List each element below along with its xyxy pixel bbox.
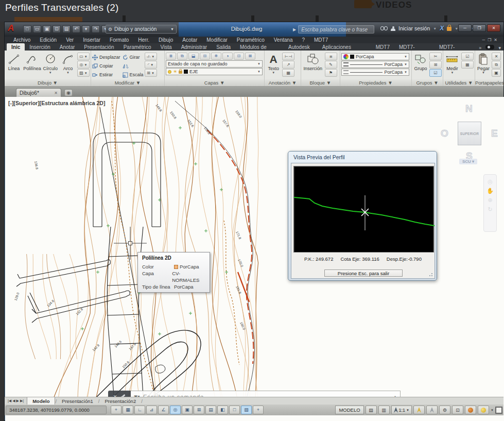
arc-tool[interactable]: Arco ▼	[60, 52, 76, 79]
leader-tool[interactable]: ↗	[282, 61, 294, 69]
menu-item-ver[interactable]: Ver	[61, 37, 78, 43]
ribbon-tab-mdt7-secciones[interactable]: MDT7-Secciones	[394, 43, 435, 50]
cip-menu-arrow[interactable]: ▾	[496, 45, 503, 50]
signin-button[interactable]: Iniciar sesión	[398, 25, 430, 31]
chevron-down-icon[interactable]: ▼	[433, 27, 437, 30]
profile-preview-dialog[interactable]: Vista Previa del Perfil P.K.: 249.672 Co…	[288, 151, 437, 281]
copy-tool[interactable]: Copiar	[92, 62, 120, 70]
quickprop-toggle[interactable]: ▧	[241, 406, 252, 414]
menu-item-paramtrico[interactable]: Paramétrico	[232, 37, 269, 43]
cip-record-icon[interactable]	[485, 45, 494, 49]
ribbon-tabs-overflow[interactable]: »	[476, 45, 484, 50]
undo-icon[interactable]: ↶	[72, 25, 80, 33]
panel-label-anotacion[interactable]: Anotación ▼	[265, 79, 301, 86]
drawing-quickview-icon[interactable]: ▥	[378, 406, 390, 414]
close-button[interactable]: ✕	[487, 24, 500, 32]
viewcube[interactable]: N O E S SUPERIOR SCU ▾	[441, 103, 497, 170]
ribbon-tab-vista[interactable]: Vista	[156, 43, 177, 50]
ortho-toggle[interactable]: ∟	[134, 406, 145, 414]
group-tool[interactable]: Grupo	[413, 52, 428, 79]
next-tab-arrow[interactable]: ▶	[16, 399, 19, 403]
layer-prev-icon[interactable]: ⬓	[188, 53, 199, 60]
annotation-scale-button[interactable]: 1:1 ▼	[391, 406, 412, 414]
search-input[interactable]: Escriba palabra clave o frase	[298, 25, 374, 33]
menu-item-acotar[interactable]: Acotar	[178, 37, 202, 43]
lwt-toggle[interactable]: ◧	[217, 406, 228, 414]
viewcube-west[interactable]: O	[441, 128, 448, 139]
edit-block-tool[interactable]: ✎	[325, 61, 337, 69]
autocad-logo[interactable]: A	[8, 23, 20, 35]
search-binoculars-icon[interactable]	[380, 26, 388, 30]
saveas-icon[interactable]: ⊡	[53, 25, 61, 33]
ribbon-tab-param-trico[interactable]: Paramétrico	[119, 43, 156, 50]
menu-item-formato[interactable]: Formato	[105, 37, 133, 43]
toolbar-lock-icon[interactable]: ⊡	[452, 406, 463, 414]
insert-block-tool[interactable]: Inserción	[302, 52, 324, 79]
search-expand-icon[interactable]: ▶	[293, 27, 296, 32]
orbit-icon[interactable]: ↻	[488, 207, 492, 212]
layout-quickview-icon[interactable]: ▤	[366, 406, 377, 414]
zoom-icon[interactable]: ⊕	[488, 197, 492, 203]
new-file-icon[interactable]: □	[23, 25, 31, 33]
chevron-down-icon[interactable]: ▼	[451, 71, 454, 74]
autoscale-icon[interactable]	[426, 406, 438, 414]
minimize-button[interactable]: ─	[458, 24, 472, 32]
hardware-accel-bulb-icon[interactable]	[478, 406, 489, 414]
panel-label-capas[interactable]: Capas ▼	[165, 79, 264, 86]
ribbon-tab-salida[interactable]: Salida	[212, 43, 235, 50]
move-tool[interactable]: Desplazar	[92, 53, 120, 61]
lineweight-dropdown[interactable]: PorCapa ▼	[341, 61, 409, 68]
ducs-toggle[interactable]: ⊞	[194, 406, 204, 414]
hatch-tool[interactable]: ▨ ▼	[77, 69, 90, 77]
last-tab-arrow[interactable]: ▶|	[20, 399, 24, 403]
annotation-visibility-icon[interactable]	[413, 406, 425, 414]
block-attrib-tool[interactable]: ⚑	[325, 69, 337, 77]
transparency-toggle[interactable]: □	[229, 406, 240, 414]
navigation-bar[interactable]: ◎ ✋ ⊕ ↻	[483, 174, 497, 232]
viewcube-face[interactable]: SUPERIOR	[458, 122, 481, 145]
viewcube-north[interactable]: N	[465, 103, 473, 114]
layer-lock-icon[interactable]: ⊡	[234, 53, 244, 60]
panel-label-propiedades[interactable]: Propiedades ▼	[340, 79, 411, 86]
chevron-down-icon[interactable]: ▼	[66, 71, 69, 74]
lock-icon[interactable]	[447, 27, 451, 31]
layout-tab-presentación1[interactable]: Presentación1	[57, 397, 98, 405]
open-file-icon[interactable]: ▭	[33, 25, 41, 33]
quick-calc-tool[interactable]: ▦	[461, 61, 474, 69]
pan-icon[interactable]: ✋	[486, 188, 494, 193]
menu-item-mdt7[interactable]: MDT7	[309, 37, 333, 43]
close-icon[interactable]: ✕	[54, 91, 58, 95]
redo-icon[interactable]: ↷	[92, 25, 100, 33]
measure-tool[interactable]: Medir ▼	[444, 52, 460, 79]
object-color-dropdown[interactable]: PorCapa ▼	[341, 53, 409, 60]
workspace-dropdown[interactable]: ⚙ Dibujo y anotación ▼	[106, 25, 177, 33]
polyline-tool[interactable]: Polilínea	[23, 52, 41, 79]
layout-tab-presentación2[interactable]: Presentación2	[99, 397, 141, 405]
model-space-button[interactable]: MODELO	[335, 406, 363, 414]
ribbon-tab-mdt7[interactable]: MDT7	[371, 43, 394, 50]
group-select-toggle[interactable]: ☑	[429, 69, 442, 77]
line-tool[interactable]: Línea	[6, 52, 22, 79]
quick-select-tool[interactable]: ☑	[461, 53, 474, 60]
grid-toggle[interactable]: ▦	[123, 406, 133, 414]
clean-screen-button[interactable]	[495, 407, 502, 414]
create-block-tool[interactable]: ⧈	[325, 53, 337, 60]
polar-toggle[interactable]: ⊿	[146, 406, 157, 414]
osnap3d-toggle[interactable]: ◎	[170, 406, 181, 414]
linetype-dropdown[interactable]: PorCapa ▼	[341, 69, 409, 76]
ribbon-tab-administrar[interactable]: Administrar	[177, 43, 212, 50]
menu-item-[interactable]: ?	[297, 37, 309, 43]
status-menu-arrow[interactable]: ▼	[491, 409, 494, 412]
array-tool[interactable]: ⊞ ▼	[145, 69, 157, 77]
paste-special-tool[interactable]: ▣	[492, 69, 501, 77]
viewcube-scu-menu[interactable]: SCU ▾	[459, 159, 477, 164]
fillet-tool[interactable]: ◜ ▼	[145, 61, 157, 69]
layer-properties-icon[interactable]: ≣	[166, 53, 176, 60]
ribbon-tab-m-dulos-de-extensi-n[interactable]: Módulos de extensión	[235, 43, 284, 50]
mirror-tool[interactable]	[123, 62, 144, 70]
table-tool[interactable]: ▦	[282, 69, 294, 77]
layer-state-dropdown[interactable]: Estado de capa no guardado ▼	[166, 60, 263, 68]
new-tab-button[interactable]: ◉	[64, 89, 73, 96]
menu-item-archivo[interactable]: Archivo	[9, 37, 35, 43]
videos-link[interactable]: VIDEOS	[354, 0, 412, 10]
